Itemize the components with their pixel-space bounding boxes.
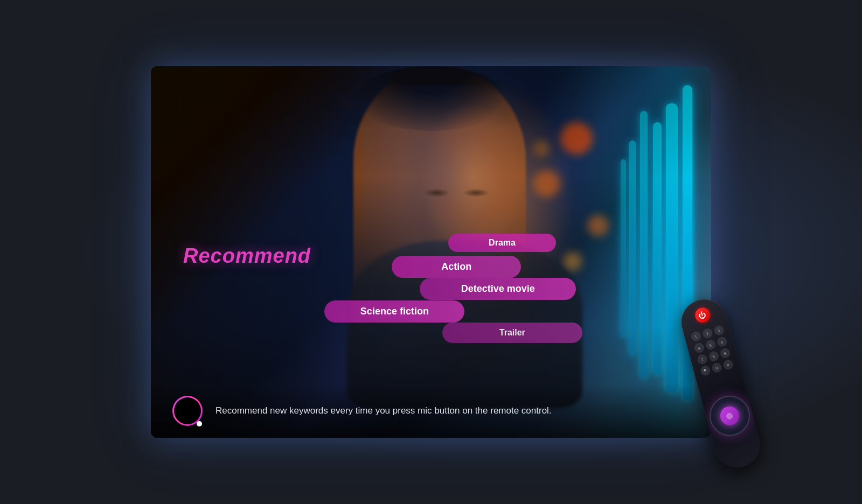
- genre-pills-container: Drama Action Detective movie Science fic…: [151, 66, 711, 438]
- remote-btn-6[interactable]: 6: [716, 336, 728, 348]
- mic-icon[interactable]: [172, 396, 203, 426]
- remote-power-button[interactable]: [693, 306, 712, 324]
- remote-number-grid: 1 2 3 4 5 6 7 8 9 ✱ 0 #: [690, 325, 734, 377]
- remote-btn-3[interactable]: 3: [713, 325, 725, 337]
- remote-btn-hash[interactable]: #: [722, 359, 734, 370]
- mic-dot: [197, 421, 202, 426]
- ui-overlay: Recommend Drama Action Detective movie S…: [151, 66, 711, 438]
- bottom-text: Recommend new keywords every time you pr…: [215, 405, 552, 416]
- pill-trailer[interactable]: Trailer: [442, 323, 582, 343]
- pill-science-fiction[interactable]: Science fiction: [324, 300, 464, 323]
- remote-btn-star[interactable]: ✱: [699, 365, 711, 377]
- remote-nav-wheel[interactable]: [705, 391, 754, 440]
- remote-btn-2[interactable]: 2: [701, 327, 713, 339]
- tv-screen: Recommend Drama Action Detective movie S…: [151, 66, 711, 438]
- bottom-bar: Recommend new keywords every time you pr…: [151, 384, 711, 438]
- remote-btn-5[interactable]: 5: [705, 339, 717, 351]
- remote-btn-4[interactable]: 4: [693, 342, 705, 354]
- pill-drama[interactable]: Drama: [448, 234, 556, 252]
- remote-btn-8[interactable]: 8: [707, 351, 719, 362]
- remote-btn-7[interactable]: 7: [696, 353, 708, 365]
- remote-btn-9[interactable]: 9: [719, 347, 731, 359]
- pill-detective-movie[interactable]: Detective movie: [420, 278, 576, 300]
- pill-action[interactable]: Action: [392, 256, 521, 278]
- remote-btn-0[interactable]: 0: [711, 362, 722, 374]
- tv-container: Recommend Drama Action Detective movie S…: [151, 66, 711, 438]
- wheel-inner: [718, 404, 741, 428]
- remote-top-area: 1 2 3 4 5 6 7 8 9 ✱ 0 #: [682, 303, 736, 377]
- wheel-outer: [705, 391, 754, 440]
- remote-btn-1[interactable]: 1: [690, 331, 702, 342]
